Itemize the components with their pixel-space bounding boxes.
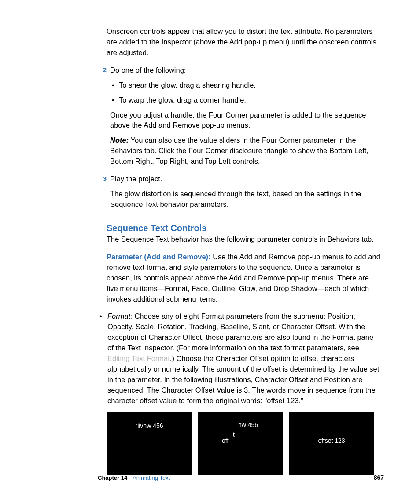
bullet-item: To shear the glow, drag a shearing handl… [110, 80, 380, 91]
section-heading: Sequence Text Controls [107, 223, 380, 233]
format-bullet: Format: Choose any of eight Format param… [98, 311, 380, 406]
param-block: Parameter (Add and Remove): Use the Add … [107, 252, 380, 305]
note-label: Note: [110, 136, 129, 144]
illustration-row: riivhw 456 hw 456 t off offset 123 [107, 412, 380, 475]
intro-paragraph: Onscreen controls appear that allow you … [107, 26, 380, 58]
illustration-text: offset 123 [289, 437, 374, 444]
page: Onscreen controls appear that allow you … [0, 0, 420, 504]
sub-bullets: To shear the glow, drag a shearing handl… [110, 80, 380, 106]
format-item: Format: Choose any of eight Format param… [99, 311, 380, 406]
step-content: Do one of the following: To shear the gl… [110, 65, 380, 171]
illustration-2: hw 456 t off [198, 412, 283, 475]
step-detail: The glow distortion is sequenced through… [110, 189, 380, 210]
illustration-text: off [222, 437, 228, 444]
link-editing-text-format[interactable]: Editing Text Format [107, 354, 170, 362]
step-lead: Do one of the following: [110, 65, 380, 76]
format-body-a: Choose any of eight Format parameters fr… [107, 312, 373, 352]
step-content: Play the project. The glow distortion is… [110, 174, 380, 214]
illustration-text: hw 456 [238, 421, 258, 428]
chapter-title: Animating Text [133, 475, 170, 481]
page-number: 867 [374, 474, 384, 481]
illustration-text: t [233, 431, 235, 438]
param-label: Parameter (Add and Remove): [107, 253, 211, 261]
step-2: 2 Do one of the following: To shear the … [98, 65, 380, 171]
step-number: 2 [98, 65, 110, 171]
page-footer: Chapter 14 Animating Text 867 [98, 474, 384, 481]
illustration-1: riivhw 456 [107, 412, 192, 475]
step-3: 3 Play the project. The glow distortion … [98, 174, 380, 214]
chapter-label: Chapter 14 [98, 475, 127, 481]
footer-accent-bar [387, 471, 387, 485]
section-intro: The Sequence Text behavior has the follo… [107, 234, 380, 245]
step-detail: Once you adjust a handle, the Four Corne… [110, 110, 380, 131]
illustration-text: riivhw 456 [107, 422, 192, 429]
format-label: Format: [107, 312, 133, 320]
step-number: 3 [98, 174, 110, 214]
note: Note: You can also use the value sliders… [110, 135, 380, 167]
step-lead: Play the project. [110, 174, 380, 184]
illustration-3: offset 123 [289, 412, 374, 475]
bullet-item: To warp the glow, drag a corner handle. [110, 95, 380, 106]
note-body: You can also use the value sliders in th… [110, 136, 368, 165]
footer-left: Chapter 14 Animating Text [98, 475, 170, 481]
